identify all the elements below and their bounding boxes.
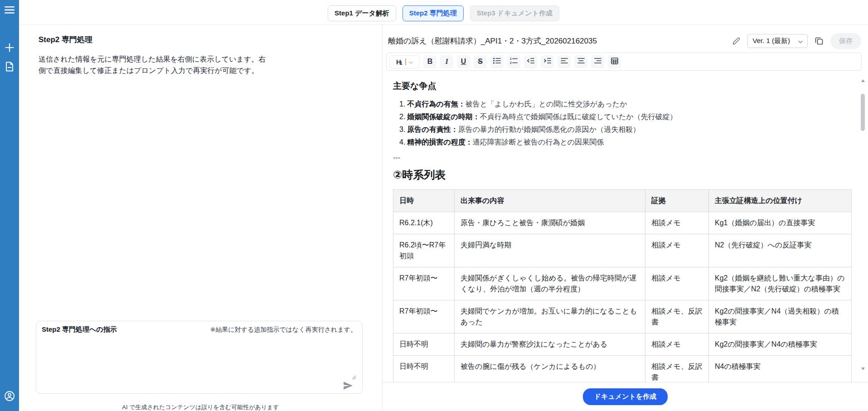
prompt-label: Step2 専門処理への指示	[42, 325, 117, 334]
documents-button[interactable]	[0, 58, 19, 75]
document-title: 離婚の訴え（慰謝料請求）_API1・2・3方式_202602162035	[388, 36, 732, 46]
scroll-up-arrow[interactable]	[859, 77, 866, 84]
prompt-box: Step2 専門処理への指示 ※結果に対する追加指示ではなく再実行されます。	[36, 321, 363, 394]
resize-handle-icon[interactable]	[351, 373, 356, 381]
save-button[interactable]: 保存	[830, 33, 861, 49]
ordered-list-icon: 12	[510, 58, 518, 66]
svg-text:1: 1	[510, 58, 512, 60]
step-info-panel: Step2 専門処理 送信された情報を元に専門処理した結果を右側に表示しています…	[19, 25, 382, 411]
version-select[interactable]: Ver. 1 (最新)	[747, 34, 808, 48]
insert-table-button[interactable]	[608, 55, 621, 68]
align-right-icon	[594, 58, 601, 66]
table-row: R6.2頃〜R7年初頭夫婦円満な時期相談メモN2（先行破綻）への反証事実	[393, 234, 852, 267]
outdent-button[interactable]	[524, 55, 537, 68]
list-item: 3.原告の有責性：原告の暴力的行動が婚姻関係悪化の原因か（過失相殺）	[399, 123, 858, 136]
scrollbar-thumb[interactable]	[861, 94, 865, 131]
indent-button[interactable]	[541, 55, 554, 68]
add-button[interactable]	[0, 39, 19, 56]
table-header-row: 日時 出来事の内容 証拠 主張立証構造上の位置付け	[393, 190, 852, 212]
bullet-list-icon	[493, 58, 501, 66]
tab-step2-processing[interactable]: Step2 専門処理	[402, 5, 464, 21]
timeline-table: 日時 出来事の内容 証拠 主張立証構造上の位置付け R6.2.1(木)原告・康ひ…	[393, 189, 852, 382]
tab-step3-document-creation[interactable]: Step3 ドキュメント作成	[470, 5, 559, 21]
document-icon	[5, 62, 14, 72]
italic-button[interactable]: I	[440, 55, 453, 68]
list-item: 4.精神的損害の程度：適応障害診断と被告の行為との因果関係	[399, 136, 858, 149]
prompt-input[interactable]	[42, 338, 357, 366]
document-header: 離婚の訴え（慰謝料請求）_API1・2・3方式_202602162035 Ver…	[383, 33, 868, 48]
align-right-button[interactable]	[591, 55, 604, 68]
app-sidebar	[0, 0, 19, 411]
account-button[interactable]	[0, 388, 19, 404]
vertical-scrollbar	[859, 77, 866, 372]
table-row: R6.2.1(木)原告・康ひろこと被告・康潤碩が婚姻相談メモKg1（婚姻の届出）…	[393, 212, 852, 234]
ai-disclaimer: AI で生成されたコンテンツは誤りを含む可能性があります	[19, 403, 382, 411]
chevron-down-icon	[798, 37, 803, 45]
formatting-toolbar: H1 | B I U S 12	[386, 53, 862, 71]
menu-button[interactable]	[0, 2, 19, 18]
divider-text: ---	[393, 152, 858, 163]
svg-text:2: 2	[510, 61, 512, 64]
section-heading-timeline: ②時系列表	[393, 168, 858, 182]
prompt-note: ※結果に対する追加指示ではなく再実行されます。	[210, 326, 357, 334]
indent-icon	[543, 58, 551, 66]
strikethrough-button[interactable]: S	[474, 55, 487, 68]
tab-step1-data-analysis[interactable]: Step1 データ解析	[328, 5, 396, 21]
user-icon	[4, 391, 15, 401]
table-icon	[611, 58, 618, 66]
table-row: 日時不明被告の腕に傷が残る（ケンカによるもの）相談メモ、反訳書N4の積極事実	[393, 356, 852, 382]
version-label: Ver. 1 (最新)	[752, 37, 790, 45]
menu-icon	[5, 6, 15, 14]
panel-title: Step2 専門処理	[39, 34, 92, 45]
outdent-icon	[527, 58, 534, 66]
copy-button[interactable]	[814, 36, 824, 46]
pencil-icon	[732, 39, 740, 46]
document-content[interactable]: 主要な争点 1.不貞行為の有無：被告と「よしかわ氏」との間に性交渉があったか 2…	[383, 77, 858, 382]
create-document-button[interactable]: ドキュメントを作成	[583, 388, 668, 405]
table-row: R7年初頭〜夫婦間でケンカが増加。お互いに暴力的になることもあった相談メモ、反訳…	[393, 300, 852, 334]
section-heading-issues: 主要な争点	[393, 80, 858, 92]
send-button[interactable]	[343, 382, 353, 390]
list-item: 1.不貞行為の有無：被告と「よしかわ氏」との間に性交渉があったか	[399, 98, 858, 111]
scroll-down-arrow[interactable]	[859, 366, 866, 372]
underline-button[interactable]: U	[457, 55, 470, 68]
bullet-list-button[interactable]	[490, 55, 504, 68]
send-icon	[343, 384, 353, 391]
copy-icon	[815, 39, 823, 46]
rename-button[interactable]	[732, 36, 741, 46]
align-center-button[interactable]	[574, 55, 587, 68]
document-editor-panel: 離婚の訴え（慰謝料請求）_API1・2・3方式_202602162035 Ver…	[383, 25, 868, 411]
chevron-down-icon	[409, 58, 413, 66]
step-tabbar: Step1 データ解析 Step2 専門処理 Step3 ドキュメント作成	[19, 0, 868, 25]
table-row: 日時不明夫婦間の暴力が警察沙汰になったことがある相談メモKg2の間接事実／N4の…	[393, 334, 852, 356]
table-row: R7年初頭〜夫婦関係がぎくしゃくし始める。被告の帰宅時間が遅くなり、外泊が増加（…	[393, 267, 852, 300]
bold-button[interactable]: B	[423, 55, 436, 68]
panel-description: 送信された情報を元に専門処理した結果を右側に表示しています。右 側で直接編集して…	[39, 53, 266, 76]
ordered-list-button[interactable]: 12	[507, 55, 520, 68]
plus-icon	[5, 43, 14, 52]
align-left-icon	[561, 58, 568, 66]
align-center-icon	[577, 58, 585, 66]
heading-style-select[interactable]: H1 |	[389, 55, 420, 68]
list-item: 2.婚姻関係破綻の時期：不貞行為時点で婚姻関係は既に破綻していたか（先行破綻）	[399, 111, 858, 123]
document-footer-bar: ドキュメントを作成	[383, 382, 868, 411]
issues-list: 1.不貞行為の有無：被告と「よしかわ氏」との間に性交渉があったか 2.婚姻関係破…	[399, 98, 858, 149]
align-left-button[interactable]	[558, 55, 571, 68]
